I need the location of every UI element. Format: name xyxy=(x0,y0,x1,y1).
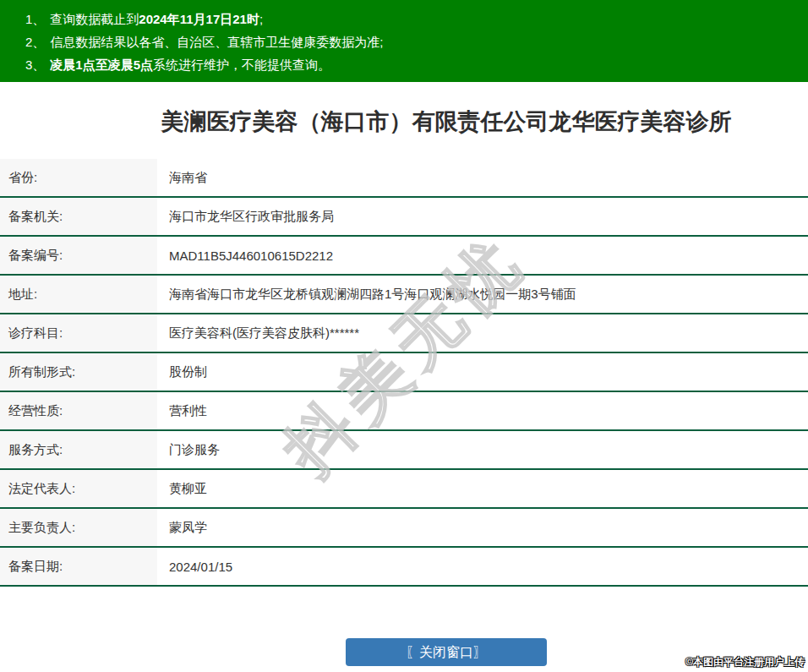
table-row-address: 地址: 海南省海口市龙华区龙桥镇观澜湖四路1号海口观澜湖水悦园一期3号铺面 xyxy=(0,276,808,314)
notice-line-3: 3、凌晨1点至凌晨5点系统进行维护，不能提供查询。 xyxy=(25,53,800,76)
row-value: 医疗美容科(医疗美容皮肤科)****** xyxy=(157,314,808,352)
notice-text-bold: 2024年11月17日21时 xyxy=(139,12,259,26)
notice-line-1: 1、查询数据截止到2024年11月17日21时; xyxy=(25,8,800,30)
row-value: 营利性 xyxy=(157,392,808,429)
notice-number: 1、 xyxy=(25,12,45,26)
row-value: 海南省海口市龙华区龙桥镇观澜湖四路1号海口观澜湖水悦园一期3号铺面 xyxy=(157,276,808,313)
row-value: MAD11B5J446010615D2212 xyxy=(157,237,808,274)
row-label: 地址: xyxy=(0,276,157,313)
table-row-business-nature: 经营性质: 营利性 xyxy=(0,392,808,431)
row-label: 诊疗科目: xyxy=(0,314,157,352)
title-area: 美澜医疗美容（海口市）有限责任公司龙华医疗美容诊所 xyxy=(0,82,808,159)
notice-banner: 1、查询数据截止到2024年11月17日21时; 2、信息数据结果以各省、自治区… xyxy=(0,0,808,82)
table-row-departments: 诊疗科目: 医疗美容科(医疗美容皮肤科)****** xyxy=(0,314,808,353)
notice-line-2: 2、信息数据结果以各省、自治区、直辖市卫生健康委数据为准; xyxy=(25,30,800,53)
row-value: 海南省 xyxy=(157,159,808,196)
table-row-legal-representative: 法定代表人: 黄柳亚 xyxy=(0,470,808,509)
notice-text: ; xyxy=(259,12,263,26)
table-row-province: 省份: 海南省 xyxy=(0,159,808,198)
table-row-filing-authority: 备案机关: 海口市龙华区行政审批服务局 xyxy=(0,198,808,237)
notice-number: 3、 xyxy=(25,57,45,72)
page-title: 美澜医疗美容（海口市）有限责任公司龙华医疗美容诊所 xyxy=(85,107,808,136)
record-table: 省份: 海南省 备案机关: 海口市龙华区行政审批服务局 备案编号: MAD11B… xyxy=(0,159,808,587)
notice-text: 信息数据结果以各省、自治区、直辖市卫生健康委数据为准; xyxy=(50,35,383,49)
row-label: 备案机关: xyxy=(0,198,157,235)
table-row-service-mode: 服务方式: 门诊服务 xyxy=(0,431,808,470)
notice-number: 2、 xyxy=(25,35,45,49)
notice-text: 系统进行维护，不能提供查询。 xyxy=(153,57,330,72)
row-label: 经营性质: xyxy=(0,392,157,429)
notice-text-bold: 凌晨1点至凌晨5点 xyxy=(50,57,153,72)
row-label: 所有制形式: xyxy=(0,353,157,391)
row-label: 服务方式: xyxy=(0,431,157,468)
row-value: 海口市龙华区行政审批服务局 xyxy=(157,198,808,235)
close-window-button[interactable]: 〖关闭窗口〗 xyxy=(346,638,547,666)
table-row-filing-number: 备案编号: MAD11B5J446010615D2212 xyxy=(0,237,808,276)
row-value: 股份制 xyxy=(157,353,808,391)
notice-text: 查询数据截止到 xyxy=(50,12,139,26)
table-row-principal: 主要负责人: 蒙凤学 xyxy=(0,509,808,548)
row-label: 备案编号: xyxy=(0,237,157,274)
row-value: 门诊服务 xyxy=(157,431,808,468)
row-value: 蒙凤学 xyxy=(157,509,808,546)
copyright-stamp: ©本图由平台注册用户上传 xyxy=(685,655,805,669)
table-row-ownership: 所有制形式: 股份制 xyxy=(0,353,808,392)
row-label: 法定代表人: xyxy=(0,470,157,507)
row-label: 省份: xyxy=(0,159,157,196)
table-row-filing-date: 备案日期: 2024/01/15 xyxy=(0,548,808,587)
row-label: 主要负责人: xyxy=(0,509,157,546)
row-value: 2024/01/15 xyxy=(157,548,808,585)
row-value: 黄柳亚 xyxy=(157,470,808,507)
row-label: 备案日期: xyxy=(0,548,157,585)
